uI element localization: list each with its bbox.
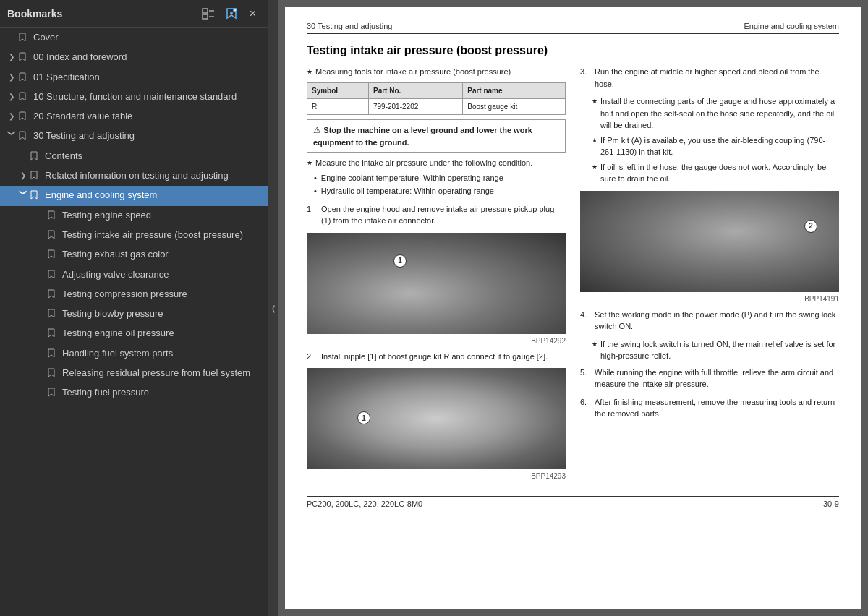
expand-icon-related: ❯ — [17, 171, 29, 180]
sidebar-item-test-blowby[interactable]: Testing blowby pressure — [0, 304, 268, 324]
sidebar-collapse-handle[interactable]: ❬ — [268, 0, 278, 616]
main-content: 30 Testing and adjusting Engine and cool… — [278, 0, 868, 616]
step2-num: 2. — [307, 351, 317, 363]
sidebar-title: Bookmarks — [7, 8, 62, 20]
condition-1: Engine coolant temperature: Within opera… — [314, 172, 566, 184]
sidebar-label-std: 20 Standard value table — [33, 111, 262, 123]
sidebar-item-struct[interactable]: ❯ 10 Structure, function and maintenance… — [0, 87, 268, 107]
sidebar-label-contents: Contents — [45, 150, 262, 163]
bookmark-icon-adj-valve — [48, 270, 58, 281]
sidebar-label-test-oil: Testing engine oil pressure — [62, 328, 262, 340]
bookmark-icon-struct — [19, 92, 29, 103]
sidebar-item-test-exhaust[interactable]: Testing exhaust gas color — [0, 245, 268, 265]
sidebar-label-test-blowby: Testing blowby pressure — [62, 308, 262, 320]
sidebar-header-icons: × — [199, 6, 260, 22]
step3-bullet1: Install the connecting parts of the gaug… — [592, 95, 839, 132]
sidebar-item-handling-fuel[interactable]: Handling fuel system parts — [0, 344, 268, 364]
doc-header-right: Engine and cooling system — [744, 22, 839, 30]
table-header-partno: Part No. — [368, 82, 462, 98]
measure-condition: Measure the intake air pressure under th… — [307, 157, 566, 169]
step1-text: Open the engine hood and remove intake a… — [321, 203, 566, 227]
expand-icon-index: ❯ — [6, 52, 17, 61]
bookmark-icon-engine-cool — [30, 190, 41, 202]
sidebar-item-engine-cool[interactable]: ❯ Engine and cooling system — [0, 186, 268, 205]
sidebar-tree: Cover ❯ 00 Index and foreword ❯ 01 Speci… — [0, 28, 268, 616]
right-column: 3. Run the engine at middle or higher sp… — [580, 66, 839, 486]
sidebar-header: Bookmarks × — [0, 0, 268, 28]
condition-1-text: Engine coolant temperature: Within opera… — [321, 172, 503, 184]
sidebar-item-test-fuel[interactable]: Testing fuel pressure — [0, 383, 268, 403]
step5-item: 5. While running the engine with full th… — [580, 367, 839, 390]
condition-2-text: Hydraulic oil temperature: Within operat… — [321, 185, 494, 197]
bookmark-icon-related — [30, 171, 41, 182]
doc-footer-right: 30-9 — [823, 500, 839, 508]
bookmark-icon-contents — [30, 151, 41, 163]
expand-all-button[interactable] — [199, 7, 218, 21]
sidebar-item-test-speed[interactable]: Testing engine speed — [0, 206, 268, 226]
page-container: 30 Testing and adjusting Engine and cool… — [285, 7, 861, 609]
svg-rect-0 — [203, 9, 208, 13]
sidebar-label-handling-fuel: Handling fuel system parts — [62, 348, 262, 360]
image-cab: 2 — [580, 191, 839, 292]
sidebar-item-index[interactable]: ❯ 00 Index and foreword — [0, 48, 268, 67]
sidebar-label-related: Related information on testing and adjus… — [45, 170, 262, 182]
step4-num: 4. — [580, 309, 590, 333]
img3-caption: BPP14191 — [580, 294, 839, 304]
sidebar-item-contents[interactable]: Contents — [0, 147, 268, 166]
step2-item: 2. Install nipple [1] of boost gauge kit… — [307, 351, 566, 363]
sidebar-item-test-oil[interactable]: Testing engine oil pressure — [0, 324, 268, 343]
warning-box: ⚠ Stop the machine on a level ground and… — [307, 119, 566, 153]
doc-header-bar: 30 Testing and adjusting Engine and cool… — [307, 22, 839, 34]
sidebar-label-cover: Cover — [33, 32, 262, 44]
sidebar-item-spec[interactable]: ❯ 01 Specification — [0, 68, 268, 87]
step5-num: 5. — [580, 367, 590, 390]
step1-item: 1. Open the engine hood and remove intak… — [307, 203, 566, 227]
img1-caption: BPP14292 — [307, 335, 566, 346]
step3-bullet1-text: Install the connecting parts of the gaug… — [600, 95, 839, 132]
bookmark-icon-test-air — [48, 230, 58, 241]
step3-text: Run the engine at middle or higher speed… — [595, 66, 839, 90]
doc-title: Testing intake air pressure (boost press… — [307, 44, 839, 57]
sidebar-item-releasing-fuel[interactable]: Releasing residual pressure from fuel sy… — [0, 364, 268, 383]
step3-bullet3-text: If oil is left in the hose, the gauge do… — [600, 161, 839, 185]
svg-rect-1 — [203, 14, 208, 19]
sidebar-label-test-speed: Testing engine speed — [62, 210, 262, 222]
collapse-arrow-icon: ❬ — [271, 304, 276, 312]
measuring-text: Measuring tools for intake air pressure … — [315, 66, 511, 78]
close-button[interactable]: × — [245, 6, 260, 22]
step4-item: 4. Set the working mode in the power mod… — [580, 309, 839, 333]
step4-text: Set the working mode in the power mode (… — [595, 309, 839, 333]
sidebar-item-related[interactable]: ❯ Related information on testing and adj… — [0, 166, 268, 186]
step3-bullet2: If Pm kit (A) is available, you use the … — [592, 134, 839, 158]
warning-triangle-icon: ⚠ — [313, 125, 323, 135]
sidebar-item-test30[interactable]: ❯ 30 Testing and adjusting — [0, 127, 268, 146]
sidebar-item-test-air[interactable]: Testing intake air pressure (boost press… — [0, 226, 268, 245]
step2-text: Install nipple [1] of boost gauge kit R … — [321, 351, 548, 363]
step3-bullet2-text: If Pm kit (A) is available, you use the … — [600, 134, 839, 158]
bookmark-icon-index — [19, 52, 29, 64]
table-cell-symbol: R — [307, 98, 369, 114]
sidebar-item-cover[interactable]: Cover — [0, 28, 268, 48]
step4-bullet: If the swing lock switch is turned ON, t… — [592, 338, 839, 362]
sidebar-label-struct: 10 Structure, function and maintenance s… — [33, 91, 262, 103]
left-column: Measuring tools for intake air pressure … — [307, 66, 566, 486]
sidebar-item-std[interactable]: ❯ 20 Standard value table — [0, 107, 268, 127]
sidebar-item-adj-valve[interactable]: Adjusting valve clearance — [0, 265, 268, 285]
measure-condition-text: Measure the intake air pressure under th… — [315, 157, 532, 169]
sidebar-label-engine-cool: Engine and cooling system — [45, 189, 262, 202]
bookmark-icon-test-compress — [48, 289, 58, 301]
condition-2: Hydraulic oil temperature: Within operat… — [314, 185, 566, 197]
table-row: R 799-201-2202 Boost gauge kit — [307, 98, 566, 114]
image-boost-pressure-2: 1 — [307, 368, 566, 469]
table-cell-partno: 799-201-2202 — [368, 98, 462, 114]
step1-num: 1. — [307, 203, 317, 227]
bookmark-settings-button[interactable] — [222, 7, 241, 21]
image-circle-label-1: 1 — [357, 411, 370, 424]
step6-text: After finishing measurement, remove the … — [595, 396, 839, 420]
sidebar-label-releasing-fuel: Releasing residual pressure from fuel sy… — [62, 367, 262, 380]
bookmark-icon-std — [19, 111, 29, 123]
expand-icon-struct: ❯ — [6, 92, 17, 101]
bookmark-icon-spec — [19, 72, 29, 84]
two-col-layout: Measuring tools for intake air pressure … — [307, 66, 839, 486]
sidebar-item-test-compress[interactable]: Testing compression pressure — [0, 285, 268, 304]
